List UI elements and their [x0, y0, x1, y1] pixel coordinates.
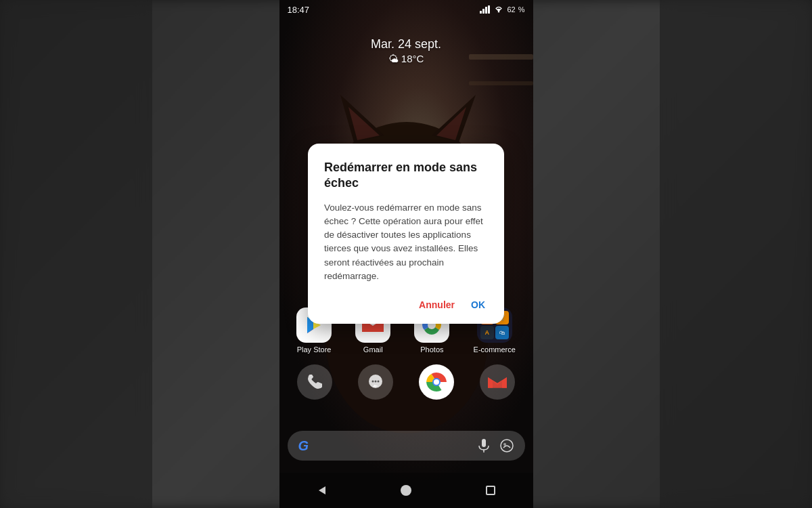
dialog-body: Voulez-vous redémarrer en mode sans éche… — [324, 201, 488, 284]
safe-mode-dialog: Redémarrer en mode sans échec Voulez-vou… — [308, 144, 504, 324]
dialog-actions: Annuler OK — [324, 297, 488, 313]
phone-screen: 18:47 62 % Mar. 24 sept. 🌤 18°C — [279, 0, 533, 508]
dialog-overlay: Redémarrer en mode sans échec Voulez-vou… — [279, 0, 533, 508]
left-blur-panel — [0, 0, 152, 508]
dialog-title: Redémarrer en mode sans échec — [324, 160, 488, 192]
right-blur-panel — [660, 0, 812, 508]
cancel-button[interactable]: Annuler — [416, 297, 457, 313]
ok-button[interactable]: OK — [468, 297, 488, 313]
